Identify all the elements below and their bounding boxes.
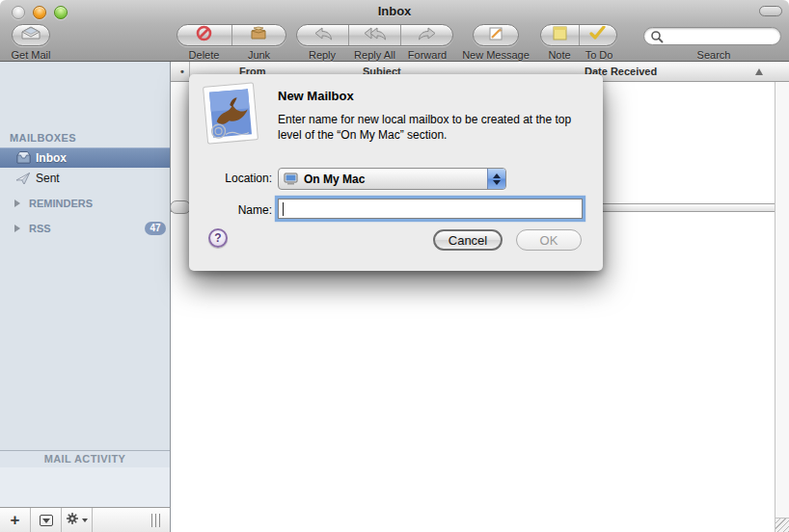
reply-label: Reply	[296, 49, 348, 61]
window-title: Inbox	[0, 4, 789, 18]
mailboxes-section-header: MAILBOXES	[10, 132, 76, 144]
activity-viewer-icon	[40, 515, 53, 526]
action-menu-button[interactable]	[62, 508, 92, 532]
prohibition-icon	[196, 25, 212, 45]
mail-app-stamp-icon	[202, 82, 258, 145]
mail-activity-header: MAIL ACTIVITY	[0, 451, 170, 467]
vertical-scrollbar-track[interactable]	[775, 82, 789, 518]
mailbox-name-input[interactable]	[282, 201, 577, 216]
reply-all-button[interactable]	[349, 25, 401, 45]
ok-button[interactable]: OK	[516, 229, 582, 251]
sticky-note-icon	[553, 26, 567, 44]
sort-ascending-icon	[755, 68, 763, 75]
forward-arrow-icon	[418, 27, 437, 44]
dialog-title: New Mailbox	[278, 89, 354, 103]
rss-unread-badge: 47	[145, 222, 166, 235]
junk-label: Junk	[231, 49, 286, 61]
reply-group	[296, 24, 453, 46]
junk-box-icon	[250, 26, 267, 45]
delete-junk-group	[177, 24, 286, 46]
bottom-bar-separator	[92, 508, 93, 532]
sidebar-group-rss[interactable]: RSS	[29, 223, 51, 234]
zoom-button[interactable]	[54, 6, 68, 19]
reply-all-label: Reply All	[348, 49, 401, 61]
forward-arrow-icon-button[interactable]	[401, 25, 452, 45]
forward-label: Forward	[401, 49, 453, 61]
new-message-label: New Message	[458, 49, 533, 61]
junk-button[interactable]	[232, 25, 286, 45]
reply-all-arrows-icon	[364, 27, 387, 44]
gear-icon	[66, 512, 79, 529]
dialog-message: Enter name for new local mailbox to be c…	[278, 112, 598, 143]
reminders-disclosure-icon[interactable]	[14, 200, 20, 207]
sidebar-item-inbox[interactable]: Inbox	[0, 147, 170, 168]
reply-button[interactable]	[297, 25, 349, 45]
mailbox-name-field[interactable]	[278, 199, 583, 219]
add-mailbox-button[interactable]: +	[0, 508, 30, 532]
get-mail-button[interactable]	[12, 24, 50, 46]
location-popup-button[interactable]: On My Mac	[278, 168, 506, 190]
menu-arrow-icon	[82, 519, 88, 522]
show-mail-activity-button[interactable]	[31, 508, 61, 532]
new-mailbox-dialog: New Mailbox Enter name for new local mai…	[189, 74, 603, 271]
help-button[interactable]: ?	[208, 228, 228, 248]
location-value: On My Mac	[304, 173, 365, 186]
note-todo-group	[540, 24, 617, 46]
note-label: Note	[540, 49, 579, 61]
delete-label: Delete	[177, 49, 231, 61]
search-label: Search	[666, 49, 762, 61]
rss-disclosure-icon[interactable]	[14, 225, 20, 232]
reply-arrow-icon	[313, 27, 333, 44]
close-button[interactable]	[12, 6, 25, 19]
search-field[interactable]	[643, 27, 781, 45]
splitter-handle[interactable]	[170, 200, 191, 214]
name-label: Name:	[189, 203, 272, 217]
sidebar-item-sent[interactable]: Sent	[0, 169, 170, 188]
magnifier-icon	[650, 30, 664, 47]
cancel-button[interactable]: Cancel	[433, 229, 503, 251]
paper-plane-icon	[15, 172, 32, 186]
checkmark-icon	[589, 26, 606, 44]
plus-icon: +	[11, 509, 20, 531]
todo-button[interactable]	[580, 25, 617, 45]
titlebar-toolbar: Inbox Get Mail Delete Junk	[0, 0, 789, 62]
note-button[interactable]	[541, 25, 580, 45]
get-mail-label: Get Mail	[2, 49, 60, 61]
popup-stepper-icon	[487, 169, 505, 189]
delete-button[interactable]	[177, 25, 232, 45]
inbox-tray-icon	[15, 150, 32, 165]
inbox-label: Inbox	[36, 151, 67, 165]
sidebar-group-reminders[interactable]: REMINDERS	[29, 198, 93, 209]
minimize-button[interactable]	[33, 6, 46, 19]
location-label: Location:	[189, 172, 272, 185]
window-resize-grip[interactable]	[775, 518, 789, 532]
envelope-icon	[19, 26, 42, 44]
search-input[interactable]	[666, 29, 774, 43]
text-caret	[283, 202, 284, 216]
todo-label: To Do	[579, 49, 619, 61]
sidebar-resize-handle[interactable]	[151, 514, 162, 527]
sidebar-bottom-bar: +	[0, 507, 171, 532]
new-message-button[interactable]	[473, 24, 519, 46]
computer-icon	[284, 173, 298, 185]
unread-column-header[interactable]: •	[175, 66, 190, 77]
toolbar-toggle-button[interactable]	[759, 6, 782, 16]
mailbox-sidebar: MAILBOXES Inbox Sent REMINDERS RSS 47 MA…	[0, 62, 171, 532]
compose-icon	[488, 26, 504, 45]
mail-window: Inbox Get Mail Delete Junk	[0, 0, 789, 532]
sent-label: Sent	[36, 172, 60, 185]
